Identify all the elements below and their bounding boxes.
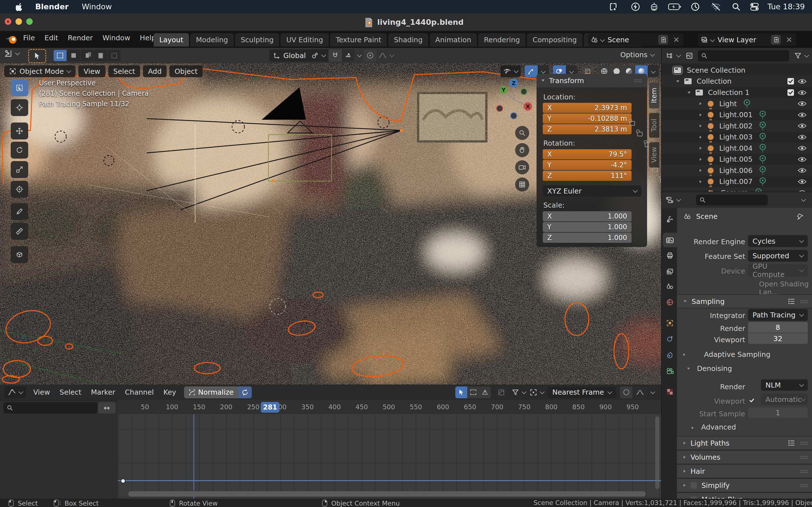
tool-annotate[interactable] [11, 203, 28, 220]
outliner-row-light-007[interactable]: Light.007 [662, 176, 812, 187]
outliner-row-scene-collection[interactable]: Scene Collection [662, 65, 812, 76]
object-name[interactable]: Light.004 [719, 144, 753, 152]
view-layer-icon[interactable] [701, 36, 708, 43]
tool-rotate[interactable] [11, 142, 28, 159]
tool-select-box[interactable] [11, 79, 28, 96]
viewport-menu-object[interactable]: Object [169, 65, 202, 77]
select-mode-circle[interactable] [81, 50, 94, 61]
pin-icon[interactable] [797, 213, 804, 220]
tab-physics-properties[interactable] [663, 349, 677, 362]
low-power-icon[interactable] [631, 2, 640, 11]
gizmo-x-ball[interactable]: X [525, 103, 530, 110]
location-y-field[interactable]: Y-0.10288 m [543, 114, 631, 124]
outliner-row-light-002[interactable]: Light.002 [662, 121, 812, 131]
hide-eye-icon[interactable] [798, 145, 806, 151]
rotation-y-field[interactable]: Y-4.2° [543, 160, 631, 170]
object-name[interactable]: Light.006 [719, 166, 753, 175]
graph-menu-marker[interactable]: Marker [91, 388, 115, 396]
tab-compositing[interactable]: Compositing [527, 33, 582, 47]
viewport-samples-field[interactable]: 32 [748, 333, 808, 344]
view-layer-name-field[interactable]: View Layer [718, 36, 768, 44]
denoising-collapse-arrow[interactable] [687, 368, 690, 370]
graph-tweak-tool[interactable] [455, 386, 467, 398]
add-view-layer-button[interactable] [771, 35, 781, 45]
presets-list-icon[interactable] [788, 440, 795, 446]
apple-menu-icon[interactable] [16, 3, 23, 11]
ghost-curves-button[interactable] [495, 386, 508, 398]
tab-object-data-properties[interactable] [663, 364, 677, 378]
spotlight-search-icon[interactable] [732, 3, 741, 11]
blender-logo-icon[interactable] [5, 34, 17, 45]
viewport-3d[interactable]: Z Y X Object Mode View Select Add Object [0, 63, 661, 385]
lock-location-x[interactable] [629, 121, 635, 126]
camera-view-button[interactable] [515, 160, 529, 174]
lock-location-y[interactable] [637, 132, 643, 136]
device-dropdown[interactable]: GPU Compute [748, 265, 808, 276]
expand-arrow[interactable] [700, 124, 702, 127]
expand-arrow[interactable] [700, 158, 702, 161]
select-mode-box[interactable] [67, 50, 80, 61]
rotation-z-field[interactable]: Z111° [543, 171, 631, 181]
zoom-window-button[interactable] [26, 18, 33, 25]
battery-charging-icon[interactable] [668, 3, 681, 10]
viewport-menu-add[interactable]: Add [143, 65, 167, 77]
tab-render-properties[interactable] [663, 233, 677, 247]
menubar-window-menu[interactable]: Window [82, 2, 112, 11]
display-mode-icon[interactable] [686, 52, 693, 60]
scene-browse-chevron[interactable] [600, 38, 605, 42]
control-center-icon[interactable] [750, 3, 759, 11]
simplify-section[interactable]: Simplify [677, 478, 812, 492]
hide-eye-icon[interactable] [798, 90, 806, 96]
tool-scale[interactable] [11, 161, 28, 178]
volumes-section[interactable]: Volumes [677, 450, 812, 464]
light-data-icon[interactable] [759, 110, 766, 119]
render-engine-dropdown[interactable]: Cycles [748, 235, 808, 247]
light-data-icon[interactable] [744, 99, 750, 108]
graph-box-select-tool[interactable] [467, 386, 479, 398]
sidebar-tab-view[interactable]: View [649, 142, 659, 168]
tab-animation[interactable]: Animation [430, 33, 477, 47]
falloff-curve-button[interactable] [632, 386, 648, 398]
outliner-row-light-003[interactable]: Light.003 [662, 131, 812, 143]
tab-output-properties[interactable] [663, 249, 677, 262]
integrator-dropdown[interactable]: Path Tracing [748, 309, 808, 321]
light-data-icon[interactable] [759, 155, 766, 164]
expand-arrow[interactable] [700, 102, 702, 105]
snap-options-dropdown[interactable] [342, 49, 354, 62]
visibility-dropdown[interactable] [500, 65, 521, 77]
menu-file[interactable]: File [23, 34, 35, 42]
hide-eye-icon[interactable] [798, 123, 806, 129]
advanced-expand-arrow[interactable] [692, 427, 694, 429]
graph-menu-select[interactable]: Select [59, 388, 81, 396]
tool-transform[interactable] [11, 181, 28, 198]
select-mode-tweak[interactable] [54, 50, 66, 61]
outliner-search-input[interactable] [698, 50, 789, 61]
outliner-row-light-006[interactable]: Light.006 [662, 165, 812, 176]
tab-view-layer-properties[interactable] [663, 265, 677, 278]
proportional-toggle[interactable] [364, 49, 377, 62]
tab-rendering[interactable]: Rendering [478, 33, 525, 47]
gizmo-z-ball[interactable]: Z [512, 80, 516, 87]
start-sample-field[interactable]: 1 [748, 407, 808, 418]
hide-eye-icon[interactable] [798, 134, 806, 140]
hide-eye-icon[interactable] [798, 78, 806, 84]
collection-checkbox[interactable] [788, 78, 794, 84]
feature-set-dropdown[interactable]: Supported [748, 250, 808, 262]
falloff-chevron[interactable] [651, 389, 655, 394]
tool-cursor[interactable] [11, 99, 28, 116]
viewport-menu-view[interactable]: View [79, 65, 105, 77]
scene-name-field[interactable]: Scene [608, 36, 656, 44]
denoise-render-dropdown[interactable]: NLM [761, 379, 808, 391]
light-data-icon[interactable] [759, 177, 766, 186]
hide-eye-icon[interactable] [798, 168, 806, 173]
horizontal-scrollbar[interactable] [128, 491, 646, 497]
filter-funnel-icon[interactable] [794, 52, 802, 59]
playhead-line[interactable] [193, 414, 194, 491]
graph-area[interactable] [118, 414, 661, 499]
tab-texture-paint[interactable]: Texture Paint [330, 33, 387, 47]
expand-arrow[interactable] [700, 136, 702, 138]
channel-expand-button[interactable]: ↔ [98, 402, 116, 413]
properties-options-chevron[interactable] [801, 197, 806, 202]
collection-checkbox[interactable] [788, 89, 794, 96]
ruler[interactable]: 5010015020025030035040045050055060065070… [118, 400, 661, 414]
